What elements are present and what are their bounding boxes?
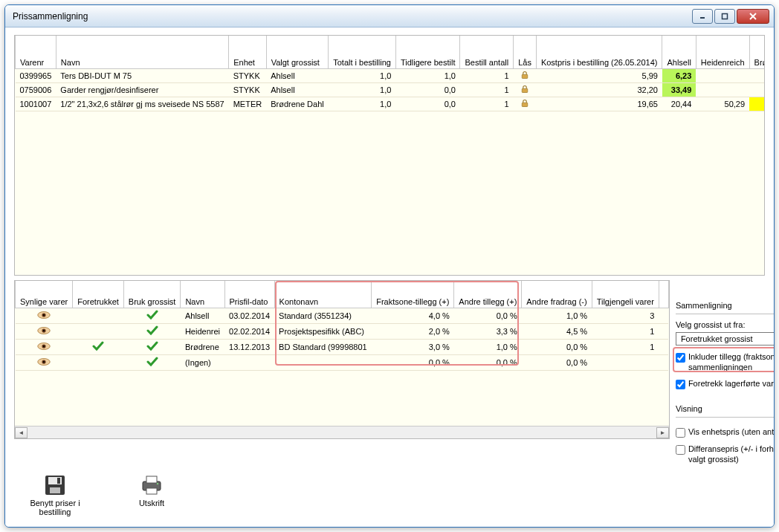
check-icon[interactable] — [146, 313, 158, 322]
check-icon — [92, 344, 104, 353]
utskrift-label: Utskrift — [139, 499, 164, 507]
check-icon[interactable] — [146, 328, 158, 337]
differansepris-label: Differansepris (+/- i forhold til valgt … — [688, 444, 775, 464]
col-tidligere[interactable]: Tidligere bestilt — [395, 36, 460, 68]
foretrekk-checkbox[interactable] — [676, 380, 685, 389]
differansepris-checkbox[interactable] — [676, 445, 685, 455]
table-row[interactable]: Heidenrei02.02.2014Prosjektspesifikk (AB… — [16, 323, 669, 339]
eye-icon[interactable] — [37, 342, 51, 351]
col-heidenreich[interactable]: Heidenreich — [696, 36, 749, 68]
titlebar: Prissammenligning — [5, 5, 774, 27]
svg-point-12 — [43, 329, 45, 331]
col-navn2[interactable]: Navn — [181, 281, 224, 308]
col-kostpris[interactable]: Kostpris i bestilling (26.05.2014) — [536, 36, 662, 68]
col-bruk[interactable]: Bruk grossist — [123, 281, 181, 308]
col-andre-fradrag[interactable]: Andre fradrag (-) — [522, 281, 592, 308]
col-kontonavn[interactable]: Kontonavn — [274, 281, 372, 308]
svg-rect-29 — [146, 476, 157, 483]
check-icon[interactable] — [146, 344, 158, 353]
eye-icon[interactable] — [37, 311, 51, 319]
col-fraktsone[interactable]: Fraktsone-tillegg (+) — [372, 281, 454, 308]
benytt-priser-button[interactable]: Benytt priser i bestilling — [22, 473, 88, 516]
col-bestill[interactable]: Bestill antall — [460, 36, 514, 68]
col-valgt-grossist[interactable]: Valgt grossist — [266, 36, 329, 68]
horizontal-scrollbar[interactable]: ◄ ► — [15, 426, 669, 438]
eye-icon[interactable] — [37, 326, 51, 335]
table-row[interactable]: Ahlsell03.02.2014Standard (3551234)4,0 %… — [16, 308, 669, 323]
sammenligning-label: Sammenligning — [676, 301, 775, 310]
svg-rect-4 — [522, 74, 528, 78]
col-foretrukket[interactable]: Foretrukket — [73, 281, 124, 308]
col-brodrene[interactable]: Brødrene Dahl — [749, 36, 765, 68]
table-row[interactable]: 0399965Ters DBI-DUT M 75STYKKAhlsell1,01… — [16, 68, 766, 82]
vis-enhetspris-label: Vis enhetspris (uten antall) — [688, 426, 775, 437]
printer-icon — [140, 473, 164, 497]
svg-point-18 — [43, 360, 45, 362]
col-navn[interactable]: Navn — [56, 36, 228, 68]
svg-rect-27 — [57, 478, 60, 484]
visning-label: Visning — [676, 404, 775, 413]
svg-point-31 — [157, 483, 158, 484]
velg-grossist-select[interactable]: Foretrukket grossist — [676, 332, 775, 346]
maximize-button[interactable] — [714, 9, 735, 24]
close-button[interactable] — [737, 9, 769, 24]
eye-icon[interactable] — [37, 357, 51, 366]
minimize-button[interactable] — [692, 9, 713, 24]
table-row[interactable]: 0759006Garder rengjør/desinfisererSTYKKA… — [16, 82, 766, 97]
table-row[interactable]: Brødrene13.12.2013BD Standard (999988013… — [16, 339, 669, 354]
svg-point-15 — [43, 345, 45, 346]
col-andre-tillegg[interactable]: Andre tillegg (+) — [454, 281, 522, 308]
vis-enhetspris-checkbox[interactable] — [676, 428, 685, 438]
side-panel: Sammenligning Velg grossist ut fra: Fore… — [674, 280, 775, 467]
window-title: Prissammenligning — [13, 11, 692, 22]
window: Prissammenligning Varenr Navn Enhet — [4, 4, 775, 528]
col-las[interactable]: Lås — [514, 36, 537, 68]
svg-rect-30 — [146, 488, 157, 494]
inkluder-label: Inkluder tillegg (fraktsone etc.) i samm… — [688, 351, 775, 372]
benytt-priser-label: Benytt priser i bestilling — [22, 499, 88, 516]
col-enhet[interactable]: Enhet — [229, 36, 267, 68]
top-price-grid[interactable]: Varenr Navn Enhet Valgt grossist Totalt … — [14, 35, 765, 276]
scroll-right-icon[interactable]: ► — [656, 427, 669, 438]
col-varenr[interactable]: Varenr — [16, 36, 56, 68]
svg-point-9 — [43, 314, 45, 315]
table-row[interactable]: (Ingen)0,0 %0,0 %0,0 % — [16, 354, 669, 370]
col-tilgjengeli[interactable]: Tilgjengeli varer — [592, 281, 659, 308]
scroll-left-icon[interactable]: ◄ — [15, 427, 28, 438]
lock-icon[interactable] — [520, 71, 529, 80]
col-ahlsell[interactable]: Ahlsell — [662, 36, 696, 68]
svg-rect-5 — [522, 88, 528, 92]
check-icon[interactable] — [146, 360, 158, 369]
table-row[interactable]: 10010071/2" 21,3x2,6 stålrør gj ms sveis… — [16, 97, 766, 111]
save-icon — [43, 473, 67, 497]
col-totalt[interactable]: Totalt i bestilling — [329, 36, 396, 68]
col-prisfil[interactable]: Prisfil-dato — [224, 281, 274, 308]
col-synlige[interactable]: Synlige varer — [16, 281, 73, 308]
velg-grossist-label: Velg grossist ut fra: — [676, 320, 775, 329]
inkluder-checkbox[interactable] — [676, 353, 685, 363]
svg-rect-26 — [50, 487, 60, 493]
svg-rect-1 — [723, 13, 728, 19]
svg-rect-6 — [522, 103, 528, 106]
utskrift-button[interactable]: Utskrift — [118, 473, 185, 516]
lock-icon[interactable] — [520, 99, 529, 108]
lock-icon[interactable] — [520, 85, 529, 94]
foretrekk-label: Foretrekk lagerførte varer — [688, 378, 775, 389]
bottom-grossist-grid[interactable]: Synlige varer Foretrukket Bruk grossist … — [14, 280, 670, 439]
